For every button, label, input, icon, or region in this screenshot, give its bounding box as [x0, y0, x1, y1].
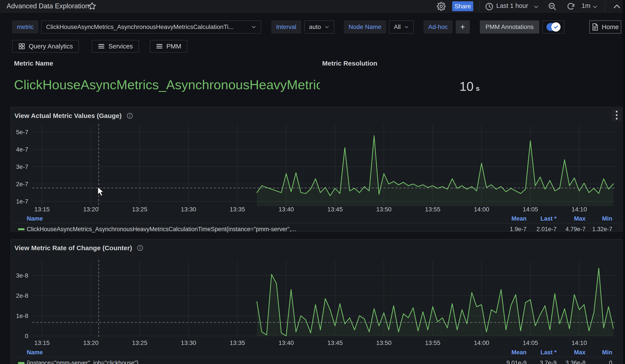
panel-title[interactable]: View Metric Rate of Change (Counter) [14, 244, 132, 252]
legend-header-name[interactable]: Name [27, 215, 43, 222]
svg-text:3e-7: 3e-7 [16, 163, 28, 170]
legend-separator [14, 223, 620, 223]
legend-max-value: 3.36e-8 [565, 360, 586, 364]
legend-series-name[interactable]: {instance="pmm-server", job="clickhouse"… [27, 360, 139, 364]
legend-separator [14, 357, 620, 357]
series-color-swatch [18, 362, 25, 364]
legend-header-min[interactable]: Min [602, 215, 613, 222]
pmm-annotations-label: PMM Annotations [480, 20, 539, 33]
chevron-down-icon[interactable] [592, 4, 601, 13]
legend-header-min[interactable]: Min [602, 349, 613, 356]
series-color-swatch [18, 228, 25, 230]
svg-text:4e-7: 4e-7 [16, 146, 28, 153]
check-icon [553, 24, 559, 30]
legend-header-last[interactable]: Last * [540, 215, 557, 222]
info-icon[interactable] [137, 245, 143, 251]
svg-text:0: 0 [25, 333, 28, 339]
metric-name-heading: Metric Name [14, 60, 53, 67]
query-analytics-button[interactable]: Query Analytics [12, 40, 79, 53]
menu-icon [98, 43, 105, 50]
svg-text:14:00: 14:00 [474, 339, 489, 346]
refresh-icon[interactable] [566, 2, 575, 11]
svg-text:13:20: 13:20 [83, 339, 98, 346]
legend-max-value: 4.79e-7 [565, 226, 586, 233]
svg-text:1e-8: 1e-8 [16, 312, 28, 319]
svg-text:13:55: 13:55 [425, 206, 440, 213]
metric-resolution-heading: Metric Resolution [322, 60, 377, 67]
star-icon[interactable] [88, 2, 97, 10]
home-button[interactable]: Home [589, 20, 621, 33]
panel-gauge-values: View Actual Metric Values (Gauge) 13:151… [10, 107, 623, 232]
mouse-cursor [96, 186, 105, 198]
legend-min-value: 1.32e-7 [592, 226, 612, 233]
template-variables-row: metric ClickHouseAsyncMetrics_Asynchrono… [12, 20, 564, 33]
interval-variable-dropdown[interactable]: auto [304, 20, 334, 33]
svg-text:13:40: 13:40 [279, 206, 294, 213]
legend-header-max[interactable]: Max [574, 349, 586, 356]
svg-text:13:25: 13:25 [132, 339, 147, 346]
chevron-down-icon [251, 24, 256, 30]
share-button[interactable]: Share [452, 1, 473, 11]
legend-header-mean[interactable]: Mean [511, 349, 527, 356]
document-icon [592, 23, 599, 31]
legend-mean-value: 1.9e-7 [510, 226, 527, 233]
svg-text:13:45: 13:45 [327, 339, 343, 346]
legend-header-max[interactable]: Max [574, 215, 586, 222]
svg-text:13:15: 13:15 [34, 339, 50, 346]
legend-series-name[interactable]: ClickHouseAsyncMetrics_AsynchronousHeavy… [27, 226, 296, 233]
services-button[interactable]: Services [92, 40, 139, 53]
metric-variable-dropdown[interactable]: ClickHouseAsyncMetrics_AsynchronousHeavy… [41, 20, 261, 33]
svg-text:13:35: 13:35 [230, 206, 245, 213]
legend-header-last[interactable]: Last * [540, 349, 557, 356]
svg-text:13:15: 13:15 [34, 206, 50, 213]
gear-icon[interactable] [437, 2, 446, 11]
add-adhoc-filter-button[interactable]: + [456, 20, 470, 33]
legend-last-value: 3.7e-9 [540, 360, 557, 364]
svg-text:13:20: 13:20 [83, 206, 98, 213]
legend-mean-value: 9.01e-9 [506, 360, 527, 364]
svg-text:2e-7: 2e-7 [16, 181, 28, 187]
panel-title[interactable]: View Actual Metric Values (Gauge) [14, 112, 122, 120]
caret-up-icon[interactable] [613, 3, 622, 12]
svg-text:13:25: 13:25 [132, 206, 147, 213]
svg-text:14:10: 14:10 [571, 206, 587, 213]
interval-variable-label: Interval [271, 20, 301, 33]
svg-text:13:45: 13:45 [327, 206, 343, 213]
top-navbar: Advanced Data Exploration Share Last 1 h… [0, 0, 625, 12]
svg-text:13:30: 13:30 [181, 339, 196, 346]
node-name-variable-dropdown[interactable]: All [389, 20, 414, 33]
menu-icon [156, 43, 163, 50]
legend-min-value: 0 [609, 360, 612, 364]
pmm-annotations-toggle[interactable] [542, 20, 564, 33]
chevron-down-icon [325, 25, 329, 30]
svg-text:14:05: 14:05 [523, 206, 538, 213]
pmm-button[interactable]: PMM [150, 40, 188, 53]
quick-links-row: Query Analytics Services PMM [12, 40, 187, 53]
grid-icon [18, 43, 25, 50]
refresh-interval-value[interactable]: 1m [582, 2, 590, 9]
metric-variable-label: metric [12, 20, 38, 33]
legend-header-mean[interactable]: Mean [511, 215, 527, 222]
legend-header-name[interactable]: Name [27, 349, 43, 356]
chevron-down-icon [404, 25, 409, 30]
svg-text:13:55: 13:55 [425, 339, 440, 346]
panel-menu-kebab-icon[interactable] [612, 109, 622, 121]
metric-name-value: ClickHouseAsyncMetrics_AsynchronousHeavy… [14, 77, 320, 92]
info-icon[interactable] [126, 113, 133, 119]
panel-rate-of-change: View Metric Rate of Change (Counter) 13:… [10, 239, 623, 364]
timeseries-chart-gauge[interactable]: 13:1513:2013:2513:3013:3513:4013:4513:50… [11, 123, 622, 217]
timeseries-chart-counter[interactable]: 13:1513:2013:2513:3013:3513:4013:4513:50… [11, 259, 622, 349]
svg-text:5e-7: 5e-7 [16, 129, 28, 136]
svg-text:14:10: 14:10 [571, 339, 587, 346]
page-right-edge [623, 0, 625, 364]
time-range-picker[interactable]: Last 1 hour [496, 2, 528, 9]
chevron-down-icon[interactable] [533, 4, 542, 13]
svg-text:3e-8: 3e-8 [16, 272, 28, 279]
svg-text:1e-7: 1e-7 [16, 198, 28, 205]
metric-resolution-value: 10s [459, 79, 480, 94]
svg-text:13:50: 13:50 [376, 206, 391, 213]
legend-last-value: 2.01e-7 [536, 226, 557, 233]
divider [605, 1, 605, 11]
dashboard-title: Advanced Data Exploration [7, 2, 89, 10]
zoom-out-icon[interactable] [548, 2, 557, 11]
